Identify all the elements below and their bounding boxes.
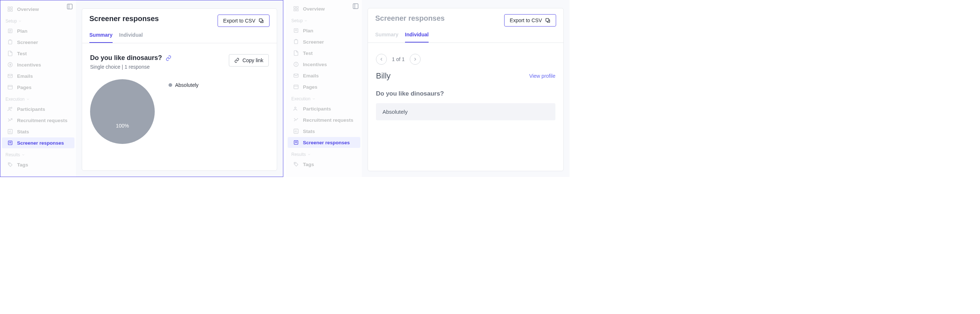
export-csv-button[interactable]: Export to CSV [218, 14, 269, 27]
nav-label: Incentives [303, 62, 327, 67]
svg-rect-16 [353, 4, 358, 9]
nav-tags[interactable]: Tags [2, 159, 75, 170]
nav-label: Recruitment requests [303, 117, 353, 123]
nav-stats[interactable]: Stats [288, 126, 360, 137]
tab-individual[interactable]: Individual [119, 32, 143, 43]
doc-icon [7, 50, 13, 57]
section-results: Results [286, 148, 362, 158]
nav-plan[interactable]: Plan [2, 26, 75, 36]
svg-rect-2 [11, 7, 12, 9]
participant-name: Billy [376, 71, 390, 81]
tag-icon [7, 161, 13, 168]
tab-summary[interactable]: Summary [375, 32, 398, 43]
prev-button[interactable] [376, 54, 387, 65]
tabs: Summary Individual [82, 28, 277, 43]
nav-test[interactable]: Test [288, 48, 360, 59]
grid-icon [7, 6, 13, 12]
grid-icon [293, 5, 299, 12]
next-button[interactable] [410, 54, 421, 65]
nav-label: Stats [303, 129, 315, 134]
nav-screener-responses[interactable]: Screener responses [288, 137, 360, 148]
svg-rect-9 [8, 85, 12, 89]
nav-plan[interactable]: Plan [288, 25, 360, 36]
svg-rect-3 [8, 10, 10, 11]
chevron-left-icon [379, 57, 384, 62]
clipboard-icon [7, 39, 13, 45]
nav-screener-responses[interactable]: Screener responses [2, 137, 75, 148]
svg-rect-20 [296, 9, 298, 11]
svg-rect-30 [546, 19, 549, 21]
nav-emails[interactable]: Emails [288, 70, 360, 81]
main-content: Screener responses Export to CSV Summary… [362, 0, 570, 177]
nav-participants[interactable]: Participants [2, 104, 75, 115]
nav-screener[interactable]: Screener [2, 37, 75, 48]
sidebar: Overview Setup Plan Screener Test Incent… [0, 0, 76, 177]
users-icon [7, 106, 13, 112]
export-csv-button[interactable]: Export to CSV [504, 14, 556, 27]
nav-screener[interactable]: Screener [288, 36, 360, 47]
collapse-sidebar-icon[interactable] [352, 3, 359, 10]
nav-label: Screener responses [303, 140, 350, 145]
users-icon [293, 105, 299, 112]
nav-label: Plan [303, 28, 313, 33]
nav-test[interactable]: Test [2, 48, 75, 59]
nav-recruitment[interactable]: Recruitment requests [288, 115, 360, 125]
nav-tags[interactable]: Tags [288, 159, 360, 170]
nav-label: Pages [303, 84, 317, 90]
browser-icon [7, 84, 13, 91]
share-icon [293, 117, 299, 123]
pager-text: 1 of 1 [392, 56, 405, 62]
link-icon[interactable] [165, 55, 172, 61]
svg-rect-25 [294, 85, 298, 89]
answer-value: Absolutely [376, 103, 555, 120]
nav-stats[interactable]: Stats [2, 126, 75, 137]
copy-link-button[interactable]: Copy link [229, 54, 269, 67]
tag-icon [293, 161, 299, 167]
tab-summary[interactable]: Summary [89, 32, 113, 43]
svg-rect-18 [296, 6, 298, 8]
collapse-sidebar-icon[interactable] [67, 3, 73, 10]
section-execution: Execution [286, 92, 362, 103]
responses-icon [293, 139, 299, 146]
pie-percent: 100% [116, 123, 129, 144]
chart-icon [293, 128, 299, 134]
sidebar: Overview Setup Plan Screener Test Incent… [286, 0, 362, 177]
nav-participants[interactable]: Participants [288, 103, 360, 114]
doc-icon [293, 50, 299, 56]
nav-label: Tags [17, 162, 28, 167]
svg-rect-19 [294, 9, 296, 11]
svg-rect-17 [294, 6, 296, 8]
nav-label: Participants [303, 106, 331, 112]
legend-item: Absolutely [169, 82, 199, 88]
nav-incentives[interactable]: Incentives [288, 59, 360, 70]
export-label: Export to CSV [223, 18, 255, 24]
section-setup: Setup [0, 15, 76, 25]
nav-overview[interactable]: Overview [288, 3, 360, 14]
nav-label: Pages [17, 84, 32, 90]
svg-point-26 [294, 107, 296, 108]
nav-pages[interactable]: Pages [288, 81, 360, 92]
nav-label: Stats [17, 129, 29, 134]
chevron-down-icon [21, 153, 25, 157]
clipboard-icon [293, 38, 299, 45]
nav-incentives[interactable]: Incentives [2, 59, 75, 70]
download-icon [258, 18, 264, 24]
question-meta: Single choice | 1 response [90, 64, 172, 70]
chevron-right-icon [413, 57, 418, 62]
chart-icon [7, 128, 13, 135]
nav-pages[interactable]: Pages [2, 82, 75, 92]
pager: 1 of 1 [376, 54, 555, 65]
section-execution: Execution [0, 93, 76, 103]
responses-card: Screener responses Export to CSV Summary… [82, 8, 277, 171]
nav-emails[interactable]: Emails [2, 70, 75, 81]
chevron-down-icon [307, 153, 311, 156]
nav-label: Emails [17, 73, 33, 79]
export-label: Export to CSV [510, 18, 542, 23]
link-icon [234, 58, 239, 63]
tab-individual[interactable]: Individual [405, 32, 429, 43]
nav-label: Test [17, 51, 27, 56]
view-profile-link[interactable]: View profile [529, 73, 555, 79]
mail-icon [7, 73, 13, 79]
nav-recruitment[interactable]: Recruitment requests [2, 115, 75, 126]
nav-overview[interactable]: Overview [2, 4, 75, 14]
